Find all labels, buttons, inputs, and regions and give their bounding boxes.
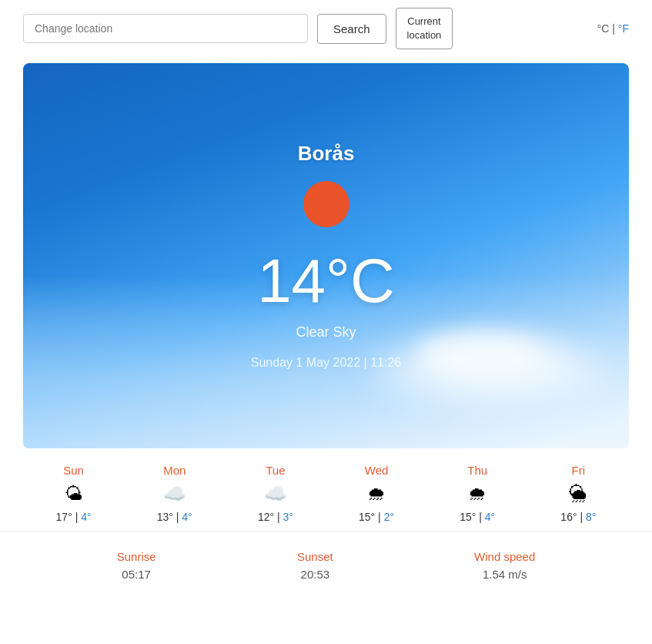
forecast-day: Fri 🌦 16° | 8° — [547, 464, 609, 523]
wind-value: 1.54 m/s — [483, 568, 527, 581]
forecast-icon: 🌦 — [569, 481, 587, 506]
day-label: Sun — [63, 464, 84, 477]
forecast-temps: 17° | 4° — [56, 511, 92, 523]
forecast-temps: 15° | 4° — [460, 511, 495, 523]
unit-separator: | — [612, 22, 618, 35]
forecast-row: Sun 🌤 17° | 4° Mon ☁️ 13° | 4° Tue ☁️ 12… — [0, 448, 652, 532]
forecast-temps: 15° | 2° — [359, 511, 394, 523]
day-label: Wed — [365, 464, 389, 477]
datetime: Sunday 1 May 2022 | 11:26 — [251, 356, 401, 370]
day-label: Mon — [163, 464, 186, 477]
wind-info: Wind speed 1.54 m/s — [474, 550, 535, 581]
forecast-icon: 🌧 — [367, 481, 386, 506]
forecast-day: Sun 🌤 17° | 4° — [43, 464, 105, 523]
forecast-icon: 🌤 — [65, 481, 83, 506]
sunset-value: 20:53 — [301, 568, 330, 581]
day-label: Fri — [572, 464, 586, 477]
header: Search Current location °C | °F — [0, 0, 652, 57]
sunrise-info: Sunrise 05:17 — [117, 550, 156, 581]
info-row: Sunrise 05:17 Sunset 20:53 Wind speed 1.… — [0, 532, 652, 596]
forecast-temps: 12° | 3° — [258, 511, 293, 523]
forecast-temps: 16° | 8° — [560, 511, 596, 523]
cloud-decoration-3 — [375, 340, 606, 402]
day-label: Thu — [467, 464, 487, 477]
city-name: Borås — [298, 142, 355, 166]
sun-icon — [303, 181, 349, 227]
sunset-info: Sunset 20:53 — [297, 550, 333, 581]
wind-label: Wind speed — [474, 550, 535, 563]
sunrise-label: Sunrise — [117, 550, 156, 563]
unit-fahrenheit-link[interactable]: °F — [618, 22, 629, 35]
unit-celsius: °C — [597, 22, 610, 35]
forecast-temps: 13° | 4° — [157, 511, 192, 523]
forecast-day: Wed 🌧 15° | 2° — [346, 464, 407, 523]
weather-card: Borås 14°C Clear Sky Sunday 1 May 2022 |… — [23, 63, 629, 448]
forecast-day: Thu 🌧 15° | 4° — [446, 464, 508, 523]
weather-description: Clear Sky — [296, 324, 356, 340]
forecast-icon: 🌧 — [468, 481, 486, 506]
forecast-day: Mon ☁️ 13° | 4° — [144, 464, 206, 523]
search-button[interactable]: Search — [317, 14, 386, 44]
sunset-label: Sunset — [297, 550, 333, 563]
forecast-icon: ☁️ — [163, 481, 186, 506]
forecast-icon: ☁️ — [264, 481, 287, 506]
weather-content: Borås 14°C Clear Sky Sunday 1 May 2022 |… — [251, 142, 401, 370]
location-input[interactable] — [23, 14, 308, 43]
current-location-button[interactable]: Current location — [396, 8, 453, 49]
day-label: Tue — [266, 464, 285, 477]
sunrise-value: 05:17 — [122, 568, 151, 581]
temperature: 14°C — [257, 250, 395, 312]
forecast-day: Tue ☁️ 12° | 3° — [245, 464, 306, 523]
unit-toggle: °C | °F — [597, 22, 629, 35]
